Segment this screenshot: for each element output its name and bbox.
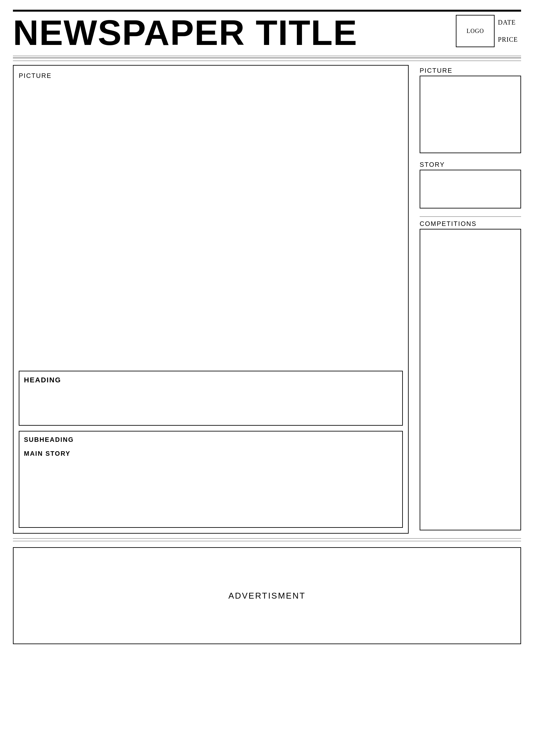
right-picture-label: PICTURE	[420, 65, 521, 76]
logo-box: LOGO	[456, 15, 495, 47]
newspaper-title: NEWSPAPER TITLE	[13, 15, 358, 50]
right-picture-section: PICTURE	[420, 65, 521, 156]
advertisement-section: ADVERTISMENT	[13, 547, 521, 644]
right-column: PICTURE STORY COMPETITIONS	[415, 65, 521, 534]
competitions-divider	[420, 216, 521, 217]
header: NEWSPAPER TITLE LOGO DATE PRICE	[13, 11, 521, 54]
main-story-label: MAIN STORY	[24, 450, 398, 457]
left-column: PICTURE HEADING SUBHEADING MAIN STORY	[13, 65, 409, 534]
column-divider	[409, 65, 415, 534]
subheading-box: SUBHEADING MAIN STORY	[19, 431, 403, 528]
price-label: PRICE	[498, 36, 518, 43]
heading-box: HEADING	[19, 371, 403, 426]
right-story-section: STORY	[420, 159, 521, 211]
competitions-label: COMPETITIONS	[420, 218, 521, 229]
right-story-box	[420, 170, 521, 208]
main-content: PICTURE HEADING SUBHEADING MAIN STORY PI…	[13, 65, 521, 534]
date-price-area: DATE PRICE	[495, 17, 521, 45]
date-label: DATE	[498, 19, 518, 26]
competitions-box	[420, 229, 521, 530]
subheading-label: SUBHEADING	[24, 436, 398, 444]
advertisment-label: ADVERTISMENT	[228, 591, 306, 601]
left-picture-label: PICTURE	[19, 71, 403, 81]
right-competitions-section: COMPETITIONS	[420, 214, 521, 530]
header-logo-area: LOGO DATE PRICE	[456, 15, 521, 47]
heading-label: HEADING	[24, 376, 398, 384]
right-story-label: STORY	[420, 159, 521, 170]
right-picture-box	[420, 76, 521, 153]
left-picture-area	[19, 86, 403, 365]
